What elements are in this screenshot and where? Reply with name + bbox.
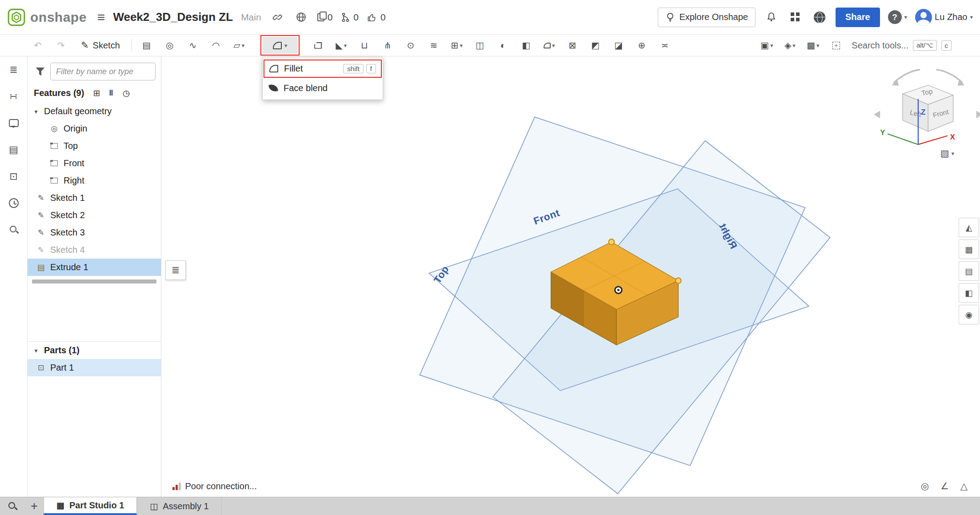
extrude-button[interactable]: ▤	[138, 37, 155, 54]
tab-part-studio-1[interactable]: ▦Part Studio 1	[44, 497, 137, 515]
language-globe-icon[interactable]	[812, 9, 828, 25]
chevron-down-icon[interactable]: ▾	[32, 108, 40, 115]
feature-flyout-button[interactable]: ≣	[165, 260, 186, 280]
fillet-button[interactable]: ▾	[262, 37, 298, 54]
parts-group-header[interactable]: ▾ Parts (1)	[28, 342, 161, 359]
mate-connector-button[interactable]: +	[828, 37, 844, 54]
replace-face-button[interactable]: ◪	[610, 37, 627, 54]
draft-button[interactable]: ◣▾	[333, 37, 350, 54]
protractor-button[interactable]: ∠	[940, 481, 949, 491]
menu-item-face-blend[interactable]: Face blend	[263, 78, 383, 98]
shell-button[interactable]: ⊔	[356, 37, 373, 54]
sheet-metal-tools-button[interactable]: ▩▾	[804, 37, 821, 54]
vertex-point[interactable]	[676, 278, 681, 283]
modify-fillet-button[interactable]: ▾	[541, 37, 558, 54]
chevron-down-icon[interactable]: ▾	[32, 347, 40, 354]
search-tools-button[interactable]: Search tools... alt/⌥ c	[852, 40, 952, 51]
revolve-button[interactable]: ◎	[161, 37, 178, 54]
chevron-down-icon[interactable]: ▾	[460, 42, 463, 49]
filter-icon[interactable]	[36, 68, 45, 76]
vertex-point[interactable]	[609, 239, 615, 245]
tree-item-sketch-2[interactable]: ✎Sketch 2	[28, 207, 161, 224]
history-icon[interactable]: ◷	[123, 88, 130, 98]
chevron-down-icon[interactable]: ▾	[816, 42, 820, 49]
suspend-rollback-icon[interactable]: ‖	[109, 88, 113, 98]
view-options-button[interactable]: ▧ ▾	[940, 148, 954, 159]
thread-button[interactable]: ≋	[425, 37, 442, 54]
view-cube[interactable]: Top Left Front X Y Z	[874, 70, 980, 145]
tree-item-sketch-4[interactable]: ✎Sketch 4	[28, 241, 161, 259]
copies-stat[interactable]: 0	[317, 12, 333, 23]
derived-tools-button[interactable]: ◈▾	[781, 37, 798, 54]
move-face-button[interactable]: ◩	[587, 37, 604, 54]
feature-filter-input[interactable]	[50, 63, 156, 80]
notifications-bell-icon[interactable]	[764, 9, 780, 25]
chevron-down-icon[interactable]: ▾	[792, 42, 796, 49]
tree-item-extrude-1[interactable]: ▤Extrude 1	[28, 259, 161, 276]
tree-item-sketch-3[interactable]: ✎Sketch 3	[28, 224, 161, 241]
assistant-panel-button[interactable]: ◉	[959, 305, 979, 324]
custom-tables-panel-button[interactable]: ▦	[959, 240, 979, 259]
mirror-button[interactable]: ◫	[472, 37, 488, 54]
comments-panel-button[interactable]	[6, 115, 22, 131]
rotate-arrow-icon[interactable]	[936, 70, 963, 83]
versions-stat[interactable]: 0	[340, 12, 359, 23]
tree-group-default-geometry[interactable]: ▾Default geometry	[28, 103, 161, 120]
configurations-panel-button[interactable]: ▤	[959, 261, 979, 281]
public-globe-icon[interactable]	[293, 9, 309, 25]
redo-button[interactable]: ↷	[52, 37, 69, 54]
chevron-down-icon[interactable]: ▾	[770, 42, 773, 49]
tree-item-front[interactable]: Front	[28, 155, 161, 172]
split-button[interactable]: ◧	[518, 37, 535, 54]
menu-item-fillet[interactable]: Filletshiftf	[264, 60, 382, 78]
loft-button[interactable]: ◠	[208, 37, 224, 54]
transform-button[interactable]: ⊕	[633, 37, 650, 54]
versions-panel-button[interactable]: ⊡	[6, 168, 22, 184]
configurations-panel-button[interactable]: ∺	[6, 88, 22, 104]
share-link-icon[interactable]	[269, 9, 285, 25]
mass-properties-button[interactable]: △	[960, 481, 968, 491]
chevron-down-icon[interactable]: ▾	[242, 42, 245, 49]
rotate-right-icon[interactable]	[976, 111, 980, 118]
surface-tools-button[interactable]: ▣▾	[758, 37, 775, 54]
rotate-arrow-icon[interactable]	[894, 70, 920, 83]
linear-pattern-button[interactable]: ⊞▾	[448, 37, 465, 54]
hole-button[interactable]: ⊙	[402, 37, 419, 54]
apps-grid-icon[interactable]	[788, 9, 804, 25]
offset-surface-button[interactable]: ≍	[656, 37, 673, 54]
tree-item-sketch-1[interactable]: ✎Sketch 1	[28, 189, 161, 207]
search-panel-button[interactable]	[6, 222, 22, 238]
history-panel-button[interactable]	[6, 195, 22, 211]
part-item-part-1[interactable]: ⊡Part 1	[28, 359, 161, 376]
user-menu[interactable]: Lu Zhao ▾	[915, 9, 973, 26]
rib-button[interactable]: ⋔	[379, 37, 396, 54]
tab-assembly-1[interactable]: ◫Assembly 1	[137, 497, 221, 515]
explore-onshape-button[interactable]: Explore Onshape	[658, 8, 756, 27]
chevron-down-icon[interactable]: ▾	[344, 42, 347, 49]
thicken-button[interactable]: ▱▾	[231, 37, 248, 54]
workspace-name[interactable]: Main	[241, 12, 261, 23]
tree-item-right[interactable]: Right	[28, 172, 161, 189]
likes-stat[interactable]: 0	[367, 12, 386, 23]
help-menu[interactable]: ? ▾	[888, 10, 908, 24]
add-tab-button[interactable]: +	[25, 497, 44, 515]
delete-part-button[interactable]: ⊠	[564, 37, 581, 54]
notes-panel-button[interactable]: ▤	[6, 142, 22, 158]
sketch-button[interactable]: ✎Sketch	[76, 37, 125, 54]
chevron-down-icon[interactable]: ▾	[552, 42, 555, 49]
onshape-logo[interactable]: onshape	[7, 8, 87, 27]
rollback-bar[interactable]	[32, 279, 156, 283]
tree-item-top[interactable]: Top	[28, 137, 161, 155]
share-button[interactable]: Share	[836, 8, 880, 27]
search-tabs-button[interactable]	[0, 497, 25, 515]
rotate-left-icon[interactable]	[874, 111, 880, 118]
tree-item-origin[interactable]: ◎Origin	[28, 120, 161, 137]
feature-list-panel-button[interactable]: ≣	[6, 62, 22, 78]
hamburger-menu-icon[interactable]: ≡	[97, 10, 105, 25]
undo-button[interactable]: ↶	[29, 37, 46, 54]
new-folder-icon[interactable]: ⊞	[93, 88, 100, 98]
chevron-down-icon[interactable]: ▾	[284, 42, 288, 49]
chamfer-button[interactable]	[310, 37, 327, 54]
sweep-button[interactable]: ∿	[184, 37, 201, 54]
named-views-panel-button[interactable]: ◭	[959, 218, 979, 237]
